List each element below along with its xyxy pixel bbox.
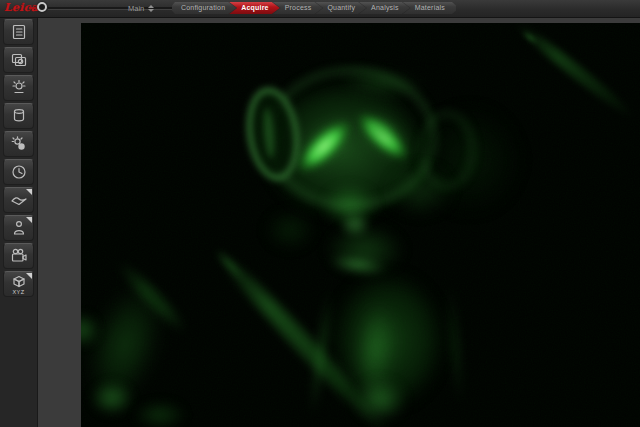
user-icon <box>10 219 28 237</box>
surface-zstack-button[interactable] <box>3 187 34 213</box>
timer-button[interactable] <box>3 159 34 185</box>
workflow-tab-bar: Configuration Acquire Process Quantify A… <box>172 2 456 14</box>
camera-acquisition-button[interactable] <box>3 47 34 73</box>
second-fish-lower-glow <box>125 397 195 427</box>
tab-acquire[interactable]: Acquire <box>229 2 279 14</box>
workspace-spinner[interactable] <box>148 5 154 12</box>
lamp-button[interactable] <box>3 75 34 101</box>
workspace-selector-value: Main <box>128 4 144 13</box>
xyz-stage-label: XYZ <box>4 289 33 295</box>
submenu-fold-icon <box>26 217 32 223</box>
tab-analysis[interactable]: Analysis <box>359 2 410 14</box>
top-toolbar: Leica Main Configuration Acquire Process… <box>0 0 640 18</box>
submenu-fold-icon <box>26 189 32 195</box>
spinner-down-icon[interactable] <box>148 9 154 12</box>
tab-materials[interactable]: Materials <box>403 2 456 14</box>
tab-configuration[interactable]: Configuration <box>172 2 236 14</box>
tab-quantify[interactable]: Quantify <box>315 2 366 14</box>
camera-icon <box>10 51 28 69</box>
fish-cheek-glow <box>375 155 465 225</box>
toolbar-slider-knob[interactable] <box>37 2 47 12</box>
spinner-up-icon[interactable] <box>148 5 154 8</box>
experiment-list-icon <box>10 23 28 41</box>
lamp-icon <box>10 79 28 97</box>
timer-icon <box>10 163 28 181</box>
illumination-contrast-icon <box>10 135 28 153</box>
illumination-contrast-button[interactable] <box>3 131 34 157</box>
tool-sidebar: XYZ <box>0 17 38 427</box>
application-window: { "header": { "brand": "Leica", "workspa… <box>0 0 640 427</box>
movie-camera-icon <box>10 247 28 265</box>
tab-process[interactable]: Process <box>273 2 323 14</box>
workspace-selector[interactable]: Main <box>128 2 154 14</box>
submenu-fold-icon <box>26 273 32 279</box>
objective-carousel-button[interactable] <box>3 103 34 129</box>
xyz-stage-button[interactable]: XYZ <box>3 271 34 297</box>
surface-zstack-icon <box>10 191 28 209</box>
image-viewport[interactable] <box>81 23 640 427</box>
diagonal-streak-tip <box>207 240 254 289</box>
toolbar-slider-track[interactable] <box>48 7 183 10</box>
experiment-list-button[interactable] <box>3 19 34 45</box>
user-button[interactable] <box>3 215 34 241</box>
movie-button[interactable] <box>3 243 34 269</box>
objective-carousel-icon <box>10 107 28 125</box>
